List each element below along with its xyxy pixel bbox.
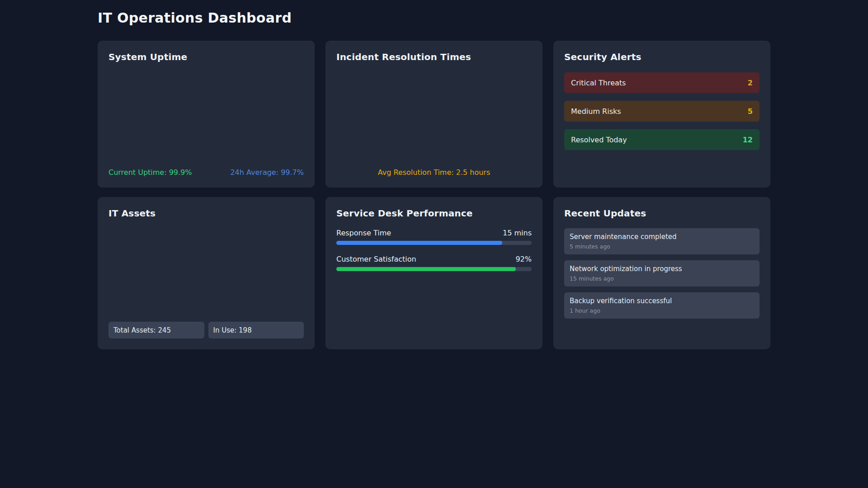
card-service-desk: Service Desk Performance Response Time 1… [326, 197, 542, 349]
assets-chart-area [108, 219, 304, 322]
satisfaction-bar-fill [336, 267, 516, 271]
card-incident-resolution: Incident Resolution Times Avg Resolution… [326, 41, 542, 188]
update-list: Server maintenance completed 5 minutes a… [564, 228, 760, 319]
metric-response-time: Response Time 15 mins [336, 229, 532, 245]
total-assets-stat: Total Assets: 245 [108, 322, 204, 338]
alert-label: Resolved Today [571, 136, 627, 144]
update-text: Backup verification successful [570, 297, 754, 305]
update-time: 15 minutes ago [570, 275, 754, 282]
card-it-assets: IT Assets Total Assets: 245 In Use: 198 [98, 197, 315, 349]
update-item: Network optimization in progress 15 minu… [564, 260, 760, 286]
alert-list: Critical Threats 2 Medium Risks 5 Resolv… [564, 72, 760, 150]
card-recent-updates: Recent Updates Server maintenance comple… [553, 197, 770, 349]
card-title-security-alerts: Security Alerts [564, 52, 760, 62]
response-time-bar-fill [336, 241, 502, 245]
page-title: IT Operations Dashboard [98, 10, 770, 26]
metric-label: Customer Satisfaction [336, 255, 416, 263]
asset-stats-row: Total Assets: 245 In Use: 198 [108, 322, 304, 338]
alert-count: 12 [743, 136, 753, 144]
card-title-service-desk: Service Desk Performance [336, 208, 532, 219]
card-grid: System Uptime Current Uptime: 99.9% 24h … [98, 41, 770, 349]
dashboard-container: IT Operations Dashboard System Uptime Cu… [98, 0, 770, 349]
alert-row-medium: Medium Risks 5 [564, 101, 760, 122]
incident-chart-area [336, 62, 532, 168]
update-item: Server maintenance completed 5 minutes a… [564, 228, 760, 254]
update-time: 1 hour ago [570, 307, 754, 314]
card-title-it-assets: IT Assets [108, 208, 304, 219]
card-title-system-uptime: System Uptime [108, 52, 304, 62]
metric-label: Response Time [336, 229, 391, 237]
satisfaction-bar-track [336, 267, 532, 271]
current-uptime-value: Current Uptime: 99.9% [108, 168, 192, 177]
card-system-uptime: System Uptime Current Uptime: 99.9% 24h … [98, 41, 315, 188]
metric-value: 92% [515, 255, 532, 263]
card-title-recent-updates: Recent Updates [564, 208, 760, 219]
uptime-stats-row: Current Uptime: 99.9% 24h Average: 99.7% [108, 168, 304, 177]
metric-value: 15 mins [503, 229, 532, 237]
alert-row-resolved: Resolved Today 12 [564, 129, 760, 150]
update-text: Server maintenance completed [570, 233, 754, 241]
alert-count: 2 [748, 79, 753, 87]
alert-label: Critical Threats [571, 79, 626, 87]
in-use-stat: In Use: 198 [208, 322, 304, 338]
metric-customer-satisfaction: Customer Satisfaction 92% [336, 255, 532, 271]
card-security-alerts: Security Alerts Critical Threats 2 Mediu… [553, 41, 770, 188]
avg-resolution-value: Avg Resolution Time: 2.5 hours [336, 168, 532, 177]
response-time-bar-track [336, 241, 532, 245]
update-time: 5 minutes ago [570, 243, 754, 250]
alert-label: Medium Risks [571, 107, 621, 116]
update-text: Network optimization in progress [570, 265, 754, 273]
average-uptime-value: 24h Average: 99.7% [230, 168, 304, 177]
alert-row-critical: Critical Threats 2 [564, 72, 760, 93]
uptime-chart-area [108, 62, 304, 168]
card-title-incident-resolution: Incident Resolution Times [336, 52, 532, 62]
alert-count: 5 [748, 107, 753, 116]
update-item: Backup verification successful 1 hour ag… [564, 292, 760, 319]
